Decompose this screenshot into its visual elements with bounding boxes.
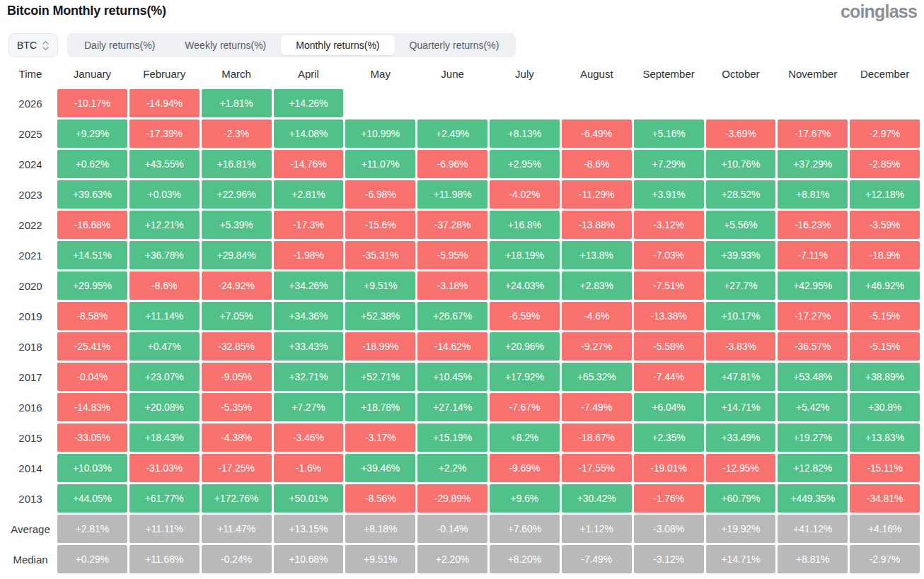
return-cell: +17.92% — [490, 363, 560, 391]
return-cell: +12.82% — [778, 454, 848, 482]
return-cell: -3.12% — [634, 545, 704, 573]
return-cell: -7.49% — [562, 393, 632, 421]
return-cell: -2.3% — [202, 119, 272, 148]
return-cell: +5.16% — [634, 119, 704, 148]
table-row: 2017-0.04%+23.07%-9.05%+32.71%+52.71%+10… — [6, 363, 920, 391]
return-cell: -2.97% — [850, 119, 920, 148]
row-label: 2026 — [6, 89, 55, 117]
return-cell: +10.17% — [706, 302, 776, 330]
return-cell: -14.94% — [129, 89, 200, 117]
return-cell: +15.19% — [417, 423, 487, 452]
return-cell: +5.42% — [778, 393, 848, 421]
return-cell: +0.47% — [129, 332, 200, 361]
return-cell: +2.83% — [562, 271, 632, 300]
return-cell: +14.71% — [706, 393, 776, 421]
return-cell: -36.57% — [778, 332, 848, 361]
table-row: Average+2.81%+11.11%+11.47%+13.15%+8.18%… — [6, 515, 920, 543]
return-cell: +20.96% — [490, 332, 560, 361]
tab-monthly-returns[interactable]: Monthly returns(%) — [281, 35, 394, 55]
return-cell: +8.81% — [778, 180, 848, 209]
table-row: 2020+29.95%-8.6%-24.92%+34.26%+9.51%-3.1… — [6, 271, 920, 300]
return-cell: +27.7% — [706, 271, 776, 300]
return-cell: +8.20% — [490, 545, 560, 573]
return-cell: -7.67% — [490, 393, 560, 421]
tab-quarterly-returns[interactable]: Quarterly returns(%) — [395, 35, 514, 55]
return-cell: -33.05% — [57, 423, 127, 452]
month-header: August — [562, 64, 632, 83]
return-cell: -14.76% — [274, 150, 344, 178]
return-cell: +14.51% — [57, 241, 127, 269]
return-cell: +39.63% — [57, 180, 127, 209]
return-cell: -7.11% — [778, 241, 848, 269]
return-cell: -18.67% — [562, 423, 632, 452]
month-header: October — [706, 64, 776, 83]
return-cell: +3.91% — [634, 180, 704, 209]
return-cell: +22.96% — [202, 180, 272, 209]
return-cell: -5.58% — [634, 332, 704, 361]
row-label: Average — [6, 515, 55, 543]
return-cell: -7.51% — [634, 271, 704, 300]
tab-daily-returns[interactable]: Daily returns(%) — [69, 35, 170, 55]
return-cell: +24.03% — [490, 271, 560, 300]
return-cell: +4.16% — [850, 515, 920, 543]
return-cell: +0.62% — [57, 150, 127, 178]
table-row: 2021+14.51%+36.78%+29.84%-1.98%-35.31%-5… — [6, 241, 920, 269]
return-cell: +19.92% — [706, 515, 776, 543]
return-cell: -7.44% — [634, 363, 704, 391]
month-header: April — [274, 64, 344, 83]
return-cell: +6.04% — [634, 393, 704, 421]
return-cell: -6.59% — [490, 302, 560, 330]
return-cell: +42.95% — [778, 271, 848, 300]
return-cell: -32.85% — [202, 332, 272, 361]
return-cell: +32.71% — [274, 363, 344, 391]
return-cell: +8.81% — [778, 545, 848, 573]
return-cell: -25.41% — [57, 332, 127, 361]
return-cell: +50.01% — [274, 484, 344, 513]
return-cell: +39.93% — [706, 241, 776, 269]
return-cell: -3.08% — [634, 515, 704, 543]
return-cell: -17.27% — [778, 302, 848, 330]
return-cell: -0.24% — [202, 545, 272, 573]
return-cell: -8.6% — [562, 150, 632, 178]
return-cell: -5.15% — [850, 302, 920, 330]
return-cell: -13.38% — [634, 302, 704, 330]
return-cell: -11.29% — [562, 180, 632, 209]
month-header: January — [57, 64, 127, 83]
return-cell: -17.67% — [778, 119, 848, 148]
table-row: 2015-33.05%+18.43%-4.38%-3.46%-3.17%+15.… — [6, 423, 920, 452]
return-cell: +11.11% — [129, 515, 200, 543]
sort-chevrons-icon — [42, 40, 50, 51]
return-cell: +10.68% — [274, 545, 344, 573]
month-header: March — [202, 64, 272, 83]
row-label: 2021 — [6, 241, 55, 269]
return-cell: -8.58% — [57, 302, 127, 330]
return-cell: +10.03% — [57, 454, 127, 482]
return-cell: +5.39% — [202, 211, 272, 239]
tab-weekly-returns[interactable]: Weekly returns(%) — [170, 35, 281, 55]
month-header: February — [129, 64, 200, 83]
return-cell: +12.18% — [850, 180, 920, 209]
return-cell: +10.99% — [345, 119, 415, 148]
return-cell: -9.69% — [490, 454, 560, 482]
month-header: May — [345, 64, 415, 83]
return-cell: -10.17% — [57, 89, 127, 117]
return-cell: -6.49% — [562, 119, 632, 148]
return-cell: +43.55% — [129, 150, 200, 178]
return-cell: +8.2% — [490, 423, 560, 452]
table-row: 2019-8.58%+11.14%+7.05%+34.36%+52.38%+26… — [6, 302, 920, 330]
table-row: 2016-14.83%+20.08%-5.35%+7.27%+18.78%+27… — [6, 393, 920, 421]
return-cell: +34.36% — [274, 302, 344, 330]
return-cell: -13.88% — [562, 211, 632, 239]
return-cell: -2.85% — [850, 150, 920, 178]
return-cell: +38.89% — [850, 363, 920, 391]
return-cell: +23.07% — [129, 363, 200, 391]
row-label: 2013 — [6, 484, 55, 513]
return-cell: +13.8% — [562, 241, 632, 269]
symbol-select[interactable]: BTC — [8, 33, 58, 57]
returns-tabs: Daily returns(%)Weekly returns(%)Monthly… — [67, 33, 516, 57]
return-cell: -17.3% — [274, 211, 344, 239]
row-label: 2018 — [6, 332, 55, 361]
row-label: 2017 — [6, 363, 55, 391]
row-label: 2019 — [6, 302, 55, 330]
return-cell: -16.23% — [778, 211, 848, 239]
